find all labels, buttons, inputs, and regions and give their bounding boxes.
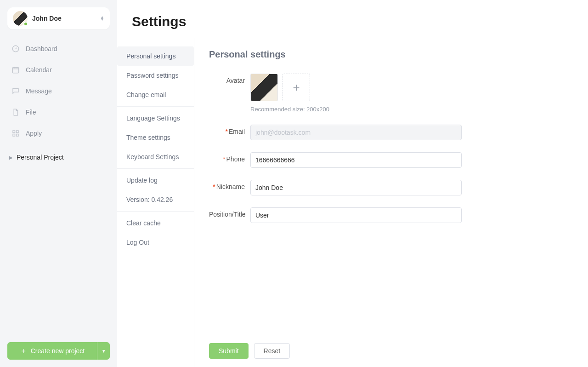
nav-label: File (26, 109, 36, 116)
svg-rect-4 (13, 134, 15, 137)
primary-nav: Dashboard Calendar Message File (7, 40, 110, 143)
nav-apply[interactable]: Apply (7, 124, 110, 143)
settings-nav-label: Password settings (126, 72, 179, 79)
user-name: John Doe (32, 15, 96, 22)
avatar-label: Avatar (226, 77, 245, 84)
settings-nav-label: Clear cache (126, 219, 161, 227)
svg-rect-2 (13, 131, 15, 133)
create-project-more-button[interactable]: ▾ (97, 342, 110, 360)
grid-icon (11, 129, 20, 138)
settings-nav: Personal settings Password settings Chan… (117, 38, 194, 367)
settings-nav-logout[interactable]: Log Out (117, 233, 194, 252)
nickname-label: Nickname (216, 183, 245, 190)
settings-nav-label: Theme settings (126, 134, 170, 141)
sidebar-section-personal-project[interactable]: ▶ Personal Project (7, 149, 110, 166)
settings-nav-keyboard[interactable]: Keyboard Settings (117, 147, 194, 166)
settings-nav-theme[interactable]: Theme settings (117, 128, 194, 147)
settings-nav-change-email[interactable]: Change email (117, 85, 194, 104)
section-title: Personal Project (17, 154, 64, 161)
create-project: ＋ Create new project ▾ (7, 342, 110, 360)
avatar-image[interactable] (250, 74, 278, 101)
main: Settings Personal settings Password sett… (117, 0, 588, 367)
settings-panel: Personal settings Avatar + Recommended s (194, 38, 588, 367)
submit-button[interactable]: Submit (209, 343, 249, 359)
required-indicator: * (213, 183, 215, 190)
svg-rect-3 (17, 131, 19, 133)
phone-input[interactable] (250, 152, 462, 168)
settings-nav-label: Log Out (126, 239, 149, 246)
nav-file[interactable]: File (7, 103, 110, 121)
nav-label: Message (26, 87, 52, 95)
user-menu[interactable]: John Doe ▲▼ (7, 7, 110, 29)
settings-nav-language[interactable]: Language Settings (117, 109, 194, 128)
nav-calendar[interactable]: Calendar (7, 61, 110, 79)
presence-indicator (23, 22, 28, 26)
settings-nav-label: Language Settings (126, 115, 180, 122)
reset-button[interactable]: Reset (254, 343, 290, 359)
field-position: Position/Title (209, 207, 573, 223)
nav-label: Apply (26, 130, 42, 137)
settings-nav-personal[interactable]: Personal settings (117, 46, 194, 66)
settings-nav-label: Keyboard Settings (126, 153, 179, 161)
create-project-label: Create new project (31, 347, 85, 355)
reset-label: Reset (264, 347, 281, 355)
settings-nav-label: Change email (126, 91, 166, 98)
phone-label: Phone (226, 155, 245, 163)
email-label: Email (229, 128, 245, 135)
nickname-input[interactable] (250, 180, 462, 195)
field-phone: *Phone (209, 152, 573, 168)
plus-icon: ＋ (20, 346, 27, 356)
personal-settings-form: Avatar + Recommended size: 200x200 (209, 74, 573, 337)
panel-footer: Submit Reset (209, 337, 573, 367)
chevron-updown-icon: ▲▼ (100, 16, 104, 21)
chat-icon (11, 86, 20, 96)
file-icon (11, 108, 20, 117)
gauge-icon (11, 44, 20, 53)
nav-label: Dashboard (26, 45, 57, 52)
field-nickname: *Nickname (209, 180, 573, 195)
settings-nav-clear-cache[interactable]: Clear cache (117, 213, 194, 233)
required-indicator: * (226, 128, 228, 135)
calendar-icon (11, 65, 20, 75)
svg-rect-5 (17, 134, 19, 137)
settings-nav-label: Version: 0.42.26 (126, 196, 173, 203)
panel-title: Personal settings (209, 49, 573, 60)
avatar-hint: Recommended size: 200x200 (250, 106, 462, 113)
sidebar: John Doe ▲▼ Dashboard Calendar (0, 0, 117, 367)
position-label: Position/Title (209, 211, 246, 218)
settings-nav-version: Version: 0.42.26 (117, 190, 194, 209)
email-input (250, 125, 462, 140)
svg-rect-1 (12, 68, 19, 73)
nav-dashboard[interactable]: Dashboard (7, 40, 110, 58)
settings-nav-label: Update log (126, 177, 158, 184)
plus-icon: + (293, 80, 300, 95)
settings-nav-password[interactable]: Password settings (117, 66, 194, 85)
nav-message[interactable]: Message (7, 82, 110, 100)
required-indicator: * (223, 155, 225, 163)
page-header: Settings (117, 0, 588, 38)
page-title: Settings (132, 14, 573, 29)
caret-right-icon: ▶ (9, 155, 13, 160)
create-project-button[interactable]: ＋ Create new project (7, 342, 97, 360)
settings-nav-update-log[interactable]: Update log (117, 171, 194, 190)
chevron-down-icon: ▾ (102, 348, 105, 354)
field-email: *Email (209, 125, 573, 140)
nav-label: Calendar (26, 66, 52, 74)
position-input[interactable] (250, 207, 462, 223)
settings-nav-label: Personal settings (126, 52, 175, 60)
submit-label: Submit (219, 347, 239, 355)
avatar-upload-button[interactable]: + (283, 74, 310, 101)
field-avatar: Avatar + Recommended size: 200x200 (209, 74, 573, 113)
